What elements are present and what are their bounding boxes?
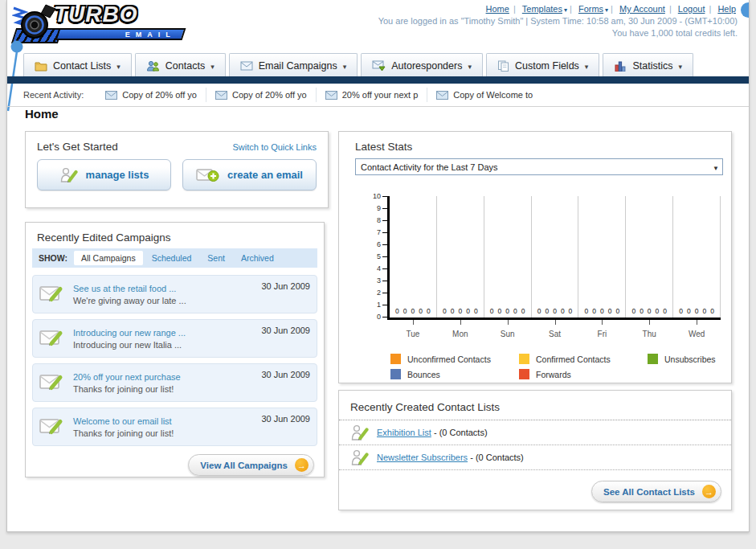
legend-swatch — [519, 354, 529, 364]
arrow-right-icon — [295, 458, 309, 472]
recent-campaigns-card: Recently Edited Campaigns SHOW: All Camp… — [25, 222, 325, 477]
chart-plot: 00000Tue00000Mon00000Sun00000Sat00000Fri… — [390, 196, 721, 318]
view-all-campaigns-button[interactable]: View All Campaigns — [188, 454, 314, 476]
manage-lists-button[interactable]: manage lists — [37, 159, 171, 191]
y-tick-label: 3 — [377, 277, 381, 285]
campaign-row[interactable]: Introducing our new range ... Introducin… — [32, 319, 317, 358]
header-link-home[interactable]: Home — [486, 4, 509, 14]
tab-autoresponders[interactable]: Autoresponders — [361, 53, 483, 77]
chevron-down-icon: ▾ — [605, 6, 608, 14]
header-link-help[interactable]: Help — [717, 4, 736, 14]
campaign-subtitle: Thanks for joining our list! — [73, 384, 174, 394]
envelope-pencil-icon — [39, 372, 66, 393]
tab-contact-lists[interactable]: Contact Lists — [23, 53, 132, 77]
app-window: EMAIL TURBO Home| Templates▾| Forms▾| My… — [6, 0, 750, 532]
contact-list-link[interactable]: Newsletter Subscribers — [377, 453, 468, 462]
tab-contacts[interactable]: Contacts — [135, 53, 226, 77]
campaign-row[interactable]: 20% off your next purchase Thanks for jo… — [32, 363, 317, 402]
help-bubble-icon[interactable] — [741, 2, 750, 18]
campaign-title-link[interactable]: 20% off your next purchase — [73, 372, 181, 382]
contact-list-count: - (0 Contacts) — [434, 428, 488, 437]
envelope-pencil-icon — [39, 416, 66, 437]
turbo-email-logo[interactable]: EMAIL TURBO — [12, 3, 197, 45]
contact-activity-chart: 109876543210 00000Tue00000Mon00000Sun000… — [366, 196, 721, 341]
bar-value-label: 0 — [679, 307, 683, 315]
filter-scheduled[interactable]: Scheduled — [145, 251, 199, 265]
header-link-my-account[interactable]: My Account — [619, 4, 665, 14]
campaign-row[interactable]: See us at the retail food ... We're givi… — [32, 275, 317, 313]
campaign-text: See us at the retail food ... We're givi… — [73, 282, 254, 306]
envelope-pencil-icon — [39, 284, 66, 305]
person-pencil-icon — [350, 423, 369, 442]
bar-value-label: 0 — [451, 307, 455, 315]
campaign-title-link[interactable]: Welcome to our email list — [73, 416, 172, 426]
legend-item: Forwards — [519, 369, 648, 379]
bar-value-label: 0 — [592, 307, 596, 315]
filter-sent[interactable]: Sent — [200, 251, 232, 265]
contact-list-link[interactable]: Exhibition List — [377, 428, 431, 437]
recent-activity-item[interactable]: 20% off your next p — [316, 88, 427, 102]
envelope-pencil-icon — [39, 328, 66, 349]
x-tick-mark — [508, 320, 509, 325]
login-status-text: You are logged in as "Timothy Smith" | S… — [378, 16, 738, 26]
contact-list-item[interactable]: Exhibition List - (0 Contacts) — [339, 420, 731, 445]
x-tick-label: Fri — [578, 330, 625, 338]
y-tick-label: 7 — [377, 228, 381, 236]
contact-lists-title: Recently Created Contact Lists — [350, 401, 500, 413]
create-an-email-button[interactable]: create an email — [182, 159, 317, 191]
legend-label: Bounces — [407, 370, 440, 379]
bar-value-label: 0 — [608, 307, 612, 315]
page-title: Home — [25, 107, 59, 121]
recent-activity-item[interactable]: Copy of 20% off yo — [96, 88, 206, 102]
legend-item: Unconfirmed Contacts — [390, 354, 519, 364]
credits-text: You have 1,000 total credits left. — [378, 28, 738, 38]
recent-activity-text: Copy of Welcome to — [453, 90, 533, 100]
campaign-text: Introducing our new range ... Introducin… — [73, 326, 254, 350]
tab-label: Contact Lists — [53, 60, 111, 72]
stats-period-dropdown[interactable]: Contact Activity for the Last 7 Days — [355, 158, 723, 175]
envelope-icon — [215, 91, 227, 100]
arrow-right-icon — [702, 485, 716, 498]
header-link-templates[interactable]: Templates — [522, 4, 562, 14]
link-separator: | — [709, 4, 711, 14]
bar-value-labels: 00000 — [626, 307, 672, 315]
stats-dropdown-value: Contact Activity for the Last 7 Days — [361, 162, 498, 172]
campaign-date: 30 Jun 2009 — [261, 281, 310, 291]
header-link-logout[interactable]: Logout — [678, 4, 705, 14]
campaign-title-link[interactable]: See us at the retail food ... — [73, 284, 176, 293]
filter-archived[interactable]: Archived — [234, 251, 281, 265]
bar-value-label: 0 — [585, 307, 589, 315]
recent-activity-text: Copy of 20% off yo — [232, 90, 307, 100]
bar-value-label: 0 — [427, 307, 431, 315]
autoresponder-icon — [372, 60, 386, 71]
contact-list-item[interactable]: Newsletter Subscribers - (0 Contacts) — [339, 445, 731, 470]
recent-activity-item[interactable]: Copy of 20% off yo — [206, 88, 316, 102]
bar-value-labels: 00000 — [484, 307, 531, 315]
person-pencil-icon — [59, 166, 78, 184]
link-separator: | — [513, 4, 516, 14]
main-nav-tabs: Contact Lists Contacts Email Campaigns A… — [23, 53, 693, 77]
campaign-date: 30 Jun 2009 — [261, 414, 310, 424]
header-link-forms[interactable]: Forms — [578, 4, 603, 14]
filter-all-campaigns[interactable]: All Campaigns — [74, 251, 143, 265]
campaign-title-link[interactable]: Introducing our new range ... — [73, 328, 186, 338]
bar-value-label: 0 — [537, 307, 541, 315]
chart-day-group: 00000Sat — [531, 196, 578, 318]
tab-email-campaigns[interactable]: Email Campaigns — [229, 53, 358, 77]
recent-activity-item[interactable]: Copy of Welcome to — [427, 88, 541, 102]
switch-to-quick-links-link[interactable]: Switch to Quick Links — [232, 142, 317, 152]
chevron-down-icon — [678, 60, 682, 72]
chart-day-group: 00000Fri — [578, 196, 625, 318]
x-tick-mark — [649, 320, 650, 325]
link-separator: | — [570, 4, 572, 14]
campaign-date: 30 Jun 2009 — [261, 370, 310, 379]
tab-custom-fields[interactable]: Custom Fields — [486, 53, 599, 77]
tab-label: Custom Fields — [515, 60, 579, 72]
campaign-row[interactable]: Welcome to our email list Thanks for joi… — [32, 408, 317, 446]
link-separator: | — [669, 4, 672, 14]
get-started-card: Let's Get Started Switch to Quick Links … — [25, 131, 329, 208]
tab-statistics[interactable]: Statistics — [603, 53, 693, 77]
bar-value-label: 0 — [663, 307, 667, 315]
contact-lists-card: Recently Created Contact Lists Exhibitio… — [338, 390, 732, 510]
see-all-contact-lists-button[interactable]: See All Contact Lists — [591, 481, 721, 502]
